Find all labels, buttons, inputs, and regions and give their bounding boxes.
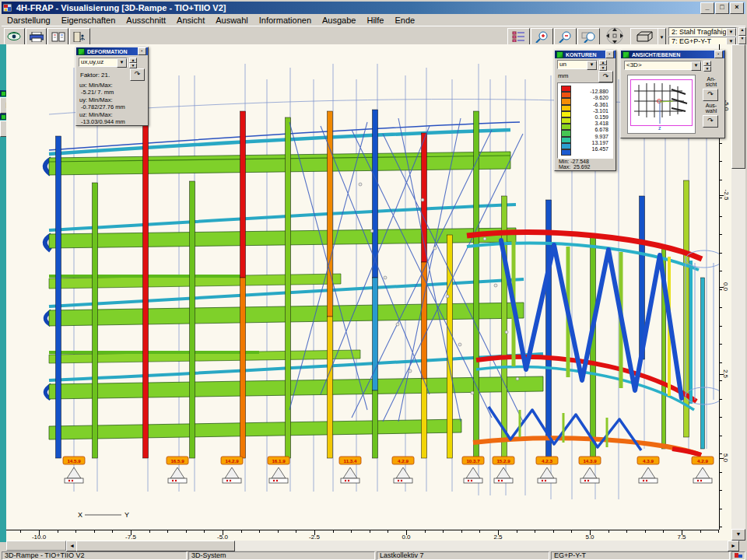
hscroll-thumb[interactable] (76, 541, 235, 551)
hscroll-right-arrow[interactable]: ► (728, 541, 739, 551)
spinner-down-icon[interactable]: ▼ (599, 65, 607, 71)
menu-item-ausschnitt[interactable]: Ausschnitt (121, 16, 171, 25)
combo-arrow-icon[interactable]: ▼ (726, 28, 736, 37)
vscroll-thumb[interactable] (731, 44, 745, 169)
ruler-tick (720, 307, 722, 308)
legend-color-block (561, 111, 571, 117)
ruler-tick (720, 216, 722, 217)
app-window: 4H-FRAP - Visualisierung [3D-Rampe - TIO… (0, 0, 747, 560)
legend-value: -3.101 (573, 108, 608, 114)
deformation-spinner[interactable]: ▲▼ (129, 58, 137, 67)
legend-color-block (561, 137, 571, 143)
deformation-panel[interactable]: DEFORMATION ▪ ux,uy,uz ▼ ▲▼ Faktor: 21. … (75, 47, 149, 126)
menu-item-hilfe[interactable]: Hilfe (361, 16, 389, 25)
combo-arrow-icon[interactable]: ▼ (117, 58, 127, 68)
deformation-panel-titlebar[interactable]: DEFORMATION ▪ (76, 47, 148, 55)
support-label: 14.3.9 (583, 458, 597, 464)
konturen-combo[interactable]: un ▼ (557, 60, 598, 69)
deformation-result-label: ux: Min/Max: (79, 82, 146, 89)
ansicht-apply-button[interactable]: ↷ (703, 89, 718, 101)
deformation-combo[interactable]: ux,uy,uz ▼ (79, 58, 128, 67)
support-label: 15.2.9 (496, 458, 510, 464)
tree-settings-icon (511, 31, 527, 42)
menu-item-darstellung[interactable]: Darstellung (2, 16, 56, 25)
menu-item-ansicht[interactable]: Ansicht (171, 16, 210, 25)
ruler-tick (720, 198, 722, 198)
support-symbol: 4.2.3 (536, 457, 558, 483)
close-button[interactable]: × (730, 2, 744, 14)
view-select-value: <3D> (626, 61, 642, 68)
konturen-panel[interactable]: KONTUREN ▪ un ▼ ▲▼ mm ↷ -12.880-9.620-6.… (554, 50, 616, 171)
view-eye-button[interactable] (4, 28, 25, 45)
spinner-up-icon[interactable]: ▲ (703, 61, 711, 66)
print-button[interactable] (26, 28, 47, 45)
ruler-tick (720, 180, 722, 180)
deformation-result-value: -13.03/0.944 mm (79, 118, 146, 125)
panel-collapse-button[interactable]: ▪ (138, 47, 146, 55)
support-label: 16.1.9 (272, 458, 286, 464)
deformation-result-value: -0.782/27.76 mm (79, 103, 146, 110)
maximize-button[interactable]: □ (715, 2, 729, 14)
minimize-button[interactable]: _ (700, 2, 714, 14)
menu-item-informationen[interactable]: Informationen (254, 16, 317, 25)
spinner-up-icon[interactable]: ▲ (129, 58, 137, 63)
ruler-tick (720, 362, 722, 363)
ansicht-ebenen-panel[interactable]: ANSICHT/EBENEN ▪ <3D> ▼ ▲▼ z An- sicht (620, 50, 725, 138)
legend-value: 3.418 (573, 121, 608, 126)
spinner-down-icon[interactable]: ▼ (738, 36, 746, 44)
exit-button[interactable] (69, 28, 90, 45)
view-3d-box-button[interactable] (630, 28, 658, 46)
design-check-combo[interactable]: 2: Stahl Tragfähigkeit (Th. 2. O ▼ (668, 27, 737, 37)
konturen-spinner[interactable]: ▲▼ (599, 60, 607, 69)
view-3d-dropdown-button[interactable]: ▼ (658, 28, 666, 46)
view-select-combo[interactable]: <3D> ▼ (624, 61, 702, 70)
spinner-down-icon[interactable]: ▼ (129, 63, 137, 68)
support-symbol: 16.1.9 (268, 457, 289, 483)
ruler-tick (535, 530, 535, 533)
structure-tree-button[interactable] (507, 28, 530, 45)
support-label: 14.2.9 (225, 458, 239, 464)
combo-arrow-icon[interactable]: ▼ (691, 61, 701, 71)
combo-arrow-icon[interactable]: ▼ (587, 61, 597, 70)
auswahl-apply-button[interactable]: ↷ (703, 115, 718, 128)
spinner-up-icon[interactable]: ▲ (738, 27, 746, 36)
view-spinner[interactable]: ▲▼ (703, 61, 711, 70)
apply-contour-button[interactable]: ↷ (598, 71, 613, 82)
ruler-tick (443, 530, 444, 533)
menu-item-eigenschaften[interactable]: Eigenschaften (56, 16, 121, 25)
preview-selection-frame (630, 79, 693, 126)
ruler-tick (58, 530, 58, 533)
view-preview[interactable]: z (627, 75, 696, 134)
panel-collapse-button[interactable]: ▪ (605, 51, 614, 58)
konturen-panel-titlebar[interactable]: KONTUREN ▪ (555, 51, 615, 58)
title-bar[interactable]: 4H-FRAP - Visualisierung [3D-Rampe - TIO… (2, 2, 745, 14)
panel-collapse-button[interactable]: ▪ (714, 51, 723, 58)
ruler-tick (112, 530, 113, 533)
ansicht-panel-titlebar[interactable]: ANSICHT/EBENEN ▪ (621, 51, 724, 58)
panel-icon (556, 51, 563, 58)
ruler-tick (370, 530, 370, 533)
help-book-button[interactable] (47, 28, 68, 45)
support-symbol: 4.2.9 (692, 457, 714, 483)
legend-color-block (561, 98, 571, 104)
zoom-in-button[interactable] (531, 28, 553, 45)
pan-navigation-pad[interactable] (602, 28, 627, 44)
menu-item-ausgabe[interactable]: Ausgabe (317, 16, 361, 25)
horizontal-scrollbar[interactable]: ◄ ► (66, 541, 739, 551)
zoom-out-button[interactable] (554, 28, 577, 45)
vertical-scrollbar[interactable]: ▼ (731, 44, 745, 541)
apply-factor-button[interactable]: ↷ (130, 68, 145, 81)
zoom-window-button[interactable] (577, 28, 600, 45)
menu-item-auswahl[interactable]: Auswahl (210, 16, 254, 25)
loadcase-spinner[interactable]: ▲▼ (738, 27, 746, 44)
ruler-label: 0.0 (402, 534, 410, 541)
ruler-tick (626, 530, 627, 533)
toolbar: ▼ 2: Stahl Tragfähigkeit (Th. 2. O ▼ 7: … (2, 26, 745, 45)
vscroll-down-arrow[interactable]: ▼ (731, 529, 745, 541)
support-symbol: 10.3.7 (462, 457, 484, 483)
spinner-down-icon[interactable]: ▼ (703, 66, 711, 72)
ruler-tick (204, 530, 205, 533)
ruler-label: -5.0 (217, 534, 228, 541)
spinner-up-icon[interactable]: ▲ (599, 60, 607, 65)
menu-item-ende[interactable]: Ende (389, 16, 420, 25)
